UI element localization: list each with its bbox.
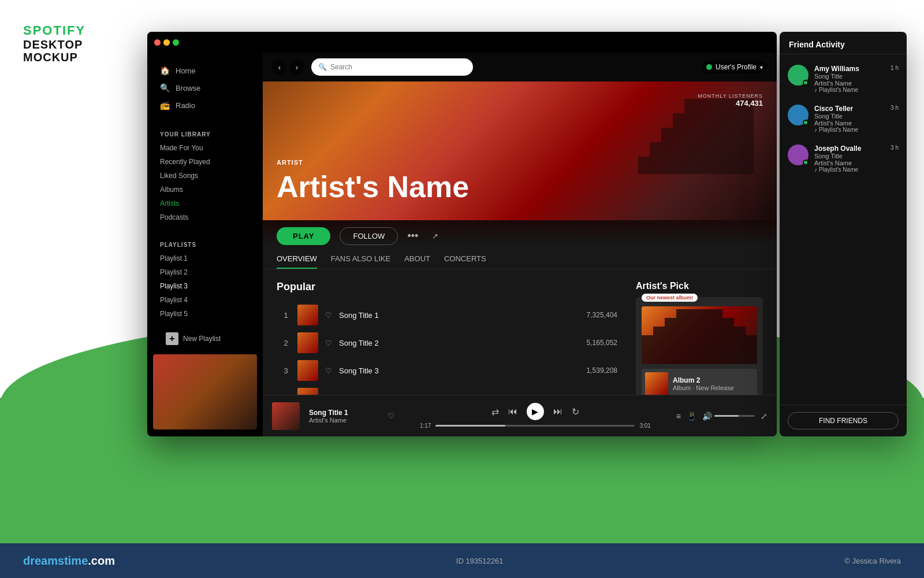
song-row[interactable]: 1 ♡ Song Title 1 7,325,404 [277,301,622,329]
tab-about[interactable]: ABOUT [404,250,430,269]
play-pause-button[interactable]: ▶ [527,403,544,420]
song-number: 2 [281,339,290,347]
playback-buttons: ⇄ ⏮ ▶ ⏭ ↻ [491,403,579,420]
like-button[interactable]: ♡ [325,339,332,347]
like-button[interactable]: ♡ [325,311,332,320]
photo-id: ID 193512261 [456,557,504,565]
progress-bar-background[interactable] [435,425,635,427]
minimize-button[interactable] [163,39,170,46]
find-friends-button[interactable]: FIND FRIENDS [788,412,899,429]
now-playing-extra-controls: ≡ 📱 🔊 ⤢ [676,412,767,421]
close-button[interactable] [154,39,161,46]
progress-bar[interactable]: 1:17 3:01 [420,423,651,429]
sidebar-item-browse[interactable]: 🔍 Browse [154,79,256,97]
friend-activity-list: Amy Williams Song Title Artist's Name ♪ … [780,54,907,405]
back-button[interactable]: ‹ [272,60,287,75]
like-button[interactable]: ♡ [325,366,332,375]
now-playing-artist: Artist's Name [309,417,378,424]
dreamstime-dot: .com [88,554,115,567]
user-profile[interactable]: User's Profile ▾ [702,61,767,73]
fullscreen-button[interactable]: ⤢ [761,412,767,421]
radio-icon: 📻 [160,101,170,110]
friend-item[interactable]: Amy Williams Song Title Artist's Name ♪ … [780,59,907,99]
friend-playlist: ♪ Playlist's Name [814,127,885,133]
music-note-icon: ♪ [814,87,817,93]
sidebar-item-home[interactable]: 🏠 Home [154,62,256,79]
dreamstime-logo: dreamstime.com [23,554,115,568]
top-bar: ‹ › 🔍 User's Profile ▾ [263,53,777,81]
svg-rect-2 [661,128,754,142]
friend-item[interactable]: Cisco Teller Song Title Artist's Name ♪ … [780,99,907,139]
new-playlist-button[interactable]: + New Playlist [153,327,257,351]
monthly-label: MONTHLY LISTENERS [698,93,763,99]
pick-badge: Our newest album! [642,294,698,302]
song-row[interactable]: 3 ♡ Song Title 3 1,539,208 [277,357,622,384]
friend-item[interactable]: Joseph Ovalle Song Title Artist's Name ♪… [780,139,907,179]
artist-actions: PLAY FOLLOW ••• ↗ [263,220,777,245]
forward-button[interactable]: › [289,60,304,75]
music-note-icon: ♪ [814,166,817,173]
tab-fans-also-like[interactable]: FANS ALSO LIKE [331,250,390,269]
content-area: ‹ › 🔍 User's Profile ▾ [263,53,777,436]
now-playing-thumbnail [272,402,300,430]
shuffle-button[interactable]: ⇄ [491,406,499,417]
maximize-button[interactable] [173,39,179,46]
search-bar[interactable]: 🔍 [311,58,473,76]
svg-rect-1 [673,113,754,128]
previous-button[interactable]: ⏮ [508,406,517,417]
song-row[interactable]: 2 ♡ Song Title 2 5,165,052 [277,329,622,357]
friend-avatar [788,144,808,165]
more-options-button[interactable]: ••• [407,230,418,242]
volume-control[interactable]: 🔊 [702,412,755,421]
progress-bar-fill [435,425,505,427]
sidebar-podcasts[interactable]: Podcasts [147,210,263,224]
monthly-listeners: MONTHLY LISTENERS 474,431 [698,93,763,108]
sidebar-recently-played[interactable]: Recently Played [147,155,263,169]
sidebar-playlist-1[interactable]: Playlist 1 [147,251,263,265]
repeat-button[interactable]: ↻ [572,406,579,417]
volume-icon[interactable]: 🔊 [702,412,712,421]
friend-activity-header: Friend Activity [780,32,907,54]
add-playlist-icon: + [166,332,178,345]
share-icon[interactable]: ↗ [432,232,438,240]
song-plays: 5,165,052 [587,339,617,347]
spotify-branding: SPOTIFY DESKTOP MOCKUP [23,23,85,64]
play-button[interactable]: PLAY [277,227,330,245]
sidebar-playlist-5[interactable]: Playlist 5 [147,307,263,321]
search-input[interactable] [330,63,466,71]
current-time: 1:17 [420,423,431,429]
queue-button[interactable]: ≡ [676,412,681,421]
sidebar-liked-songs[interactable]: Liked Songs [147,169,263,183]
volume-bar-fill [714,415,739,417]
friend-time: 1 h [891,65,899,71]
sidebar-playlist-2[interactable]: Playlist 2 [147,265,263,279]
now-playing-like-button[interactable]: ♡ [388,412,394,420]
spotify-window: 🏠 Home 🔍 Browse 📻 Radio YOUR LIBRARY [147,32,777,436]
song-row[interactable]: 4 ♡ Song Title 4 1,253,095 [277,384,622,395]
now-playing-controls: ⇄ ⏮ ▶ ⏭ ↻ 1:17 3:01 [404,403,667,429]
sidebar-item-radio[interactable]: 📻 Radio [154,97,256,114]
friend-song: Song Title [814,113,885,120]
sidebar-home-label: Home [176,66,196,75]
mockup-label: MOCKUP [23,51,85,64]
sidebar-radio-label: Radio [176,101,195,110]
sidebar-made-for-you[interactable]: Made For You [147,141,263,155]
device-button[interactable]: 📱 [687,412,696,421]
tab-overview[interactable]: OVERVIEW [277,250,317,269]
sidebar-playlist-4[interactable]: Playlist 4 [147,293,263,307]
tab-concerts[interactable]: CONCERTS [444,250,486,269]
podcasts-label: Podcasts [160,213,188,221]
pick-album-row[interactable]: Album 2 Album · New Release [642,369,757,395]
volume-bar-background[interactable] [714,415,755,417]
next-button[interactable]: ⏭ [553,406,562,417]
friend-info: Cisco Teller Song Title Artist's Name ♪ … [814,105,885,133]
artist-tabs: OVERVIEW FANS ALSO LIKE ABOUT CONCERTS [263,245,777,269]
sidebar-albums[interactable]: Albums [147,183,263,197]
sidebar: 🏠 Home 🔍 Browse 📻 Radio YOUR LIBRARY [147,53,263,436]
song-title: Song Title 3 [339,366,580,375]
sidebar-artists[interactable]: Artists [147,197,263,210]
friend-name: Joseph Ovalle [814,144,885,153]
friend-playlist: ♪ Playlist's Name [814,87,885,93]
sidebar-playlist-3[interactable]: Playlist 3 [147,279,263,293]
follow-button[interactable]: FOLLOW [340,227,398,245]
